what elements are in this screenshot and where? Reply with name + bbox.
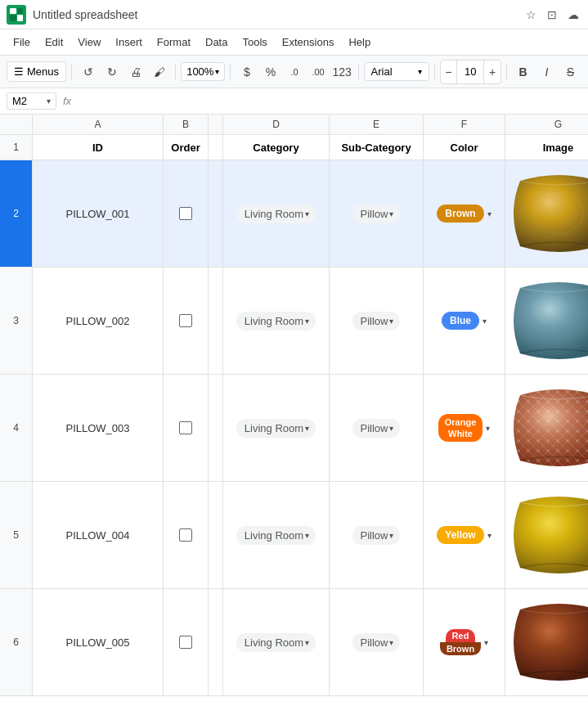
fx-label: fx bbox=[63, 95, 71, 107]
cell-category-row4[interactable]: Living Room ▾ bbox=[223, 375, 330, 481]
cell-order-row4[interactable] bbox=[164, 375, 209, 481]
category-dropdown-row5[interactable]: Living Room ▾ bbox=[236, 526, 316, 545]
color-dropdown-arrow-row5[interactable]: ▾ bbox=[487, 531, 491, 540]
menu-tools[interactable]: Tools bbox=[236, 33, 273, 52]
cloud-icon[interactable]: ☁ bbox=[565, 7, 581, 23]
star-icon[interactable]: ☆ bbox=[523, 7, 539, 23]
menu-data[interactable]: Data bbox=[199, 33, 234, 52]
table-row: 3 PILLOW_002 Living Room ▾ Pillow ▾ Blue… bbox=[0, 268, 588, 375]
decimal-dec-button[interactable]: .0 bbox=[283, 61, 305, 83]
checkbox-row4[interactable] bbox=[179, 421, 192, 434]
color-badge-row3[interactable]: Blue bbox=[442, 312, 479, 330]
cell-image-row6 bbox=[505, 589, 588, 695]
subcategory-dropdown-row4[interactable]: Pillow ▾ bbox=[352, 419, 401, 438]
checkbox-row2[interactable] bbox=[179, 207, 192, 220]
cell-color-row2[interactable]: Brown ▾ bbox=[424, 160, 505, 267]
category-dropdown-row4[interactable]: Living Room ▾ bbox=[236, 419, 316, 438]
color-badge-row2[interactable]: Brown bbox=[437, 205, 483, 223]
color-badge-row5[interactable]: Yellow bbox=[437, 526, 483, 544]
strikethrough-button[interactable]: S bbox=[559, 61, 581, 83]
subcategory-dropdown-arrow-row5: ▾ bbox=[389, 531, 393, 540]
cell-category-row3[interactable]: Living Room ▾ bbox=[223, 268, 330, 374]
color-dropdown-arrow-row2[interactable]: ▾ bbox=[487, 209, 491, 218]
undo-button[interactable]: ↺ bbox=[77, 61, 99, 83]
cell-category-row6[interactable]: Living Room ▾ bbox=[223, 589, 330, 695]
font-arrow-icon: ▾ bbox=[418, 67, 422, 76]
font-select[interactable]: Arial ▾ bbox=[364, 62, 429, 81]
cell-subcategory-row4[interactable]: Pillow ▾ bbox=[330, 375, 424, 481]
currency-button[interactable]: $ bbox=[236, 61, 258, 83]
cell-order-row5[interactable] bbox=[164, 482, 209, 588]
cell-subcategory-row3[interactable]: Pillow ▾ bbox=[330, 268, 424, 374]
col-header-d[interactable]: D bbox=[223, 115, 330, 134]
cell-order-row2[interactable] bbox=[164, 160, 209, 267]
subcategory-dropdown-row5[interactable]: Pillow ▾ bbox=[352, 526, 401, 545]
cell-order-row3[interactable] bbox=[164, 268, 209, 374]
cell-id-row6[interactable]: PILLOW_005 bbox=[33, 589, 164, 695]
category-dropdown-row6[interactable]: Living Room ▾ bbox=[236, 633, 316, 652]
color-dropdown-arrow-row4[interactable]: ▾ bbox=[486, 424, 490, 433]
cell-color-row6[interactable]: Red Brown ▾ bbox=[424, 589, 505, 695]
percent-button[interactable]: % bbox=[259, 61, 281, 83]
zoom-select[interactable]: 100% ▾ bbox=[181, 62, 225, 81]
col-header-a[interactable]: A bbox=[33, 115, 164, 134]
checkbox-row6[interactable] bbox=[179, 636, 192, 649]
bold-button[interactable]: B bbox=[512, 61, 534, 83]
cell-subcategory-row5[interactable]: Pillow ▾ bbox=[330, 482, 424, 588]
col-header-f[interactable]: F bbox=[424, 115, 505, 134]
font-size-value[interactable]: 10 bbox=[459, 63, 482, 80]
folder-icon[interactable]: ⊡ bbox=[544, 7, 560, 23]
formula-input[interactable] bbox=[78, 93, 581, 110]
color-badge-red-row6[interactable]: Red bbox=[446, 629, 476, 642]
color-dropdown-arrow-row6[interactable]: ▾ bbox=[484, 638, 488, 647]
redo-button[interactable]: ↻ bbox=[101, 61, 123, 83]
menu-format[interactable]: Format bbox=[150, 33, 197, 52]
cell-reference[interactable]: M2 bbox=[12, 95, 45, 107]
subcategory-dropdown-row6[interactable]: Pillow ▾ bbox=[352, 633, 401, 652]
color-dropdown-arrow-row3[interactable]: ▾ bbox=[483, 317, 487, 326]
col-header-e[interactable]: E bbox=[330, 115, 424, 134]
color-wrapper-row2: Brown ▾ bbox=[437, 205, 491, 223]
cell-category-row2[interactable]: Living Room ▾ bbox=[223, 160, 330, 267]
cell-id-row5[interactable]: PILLOW_004 bbox=[33, 482, 164, 588]
color-badge-row4[interactable]: OrangeWhite bbox=[438, 414, 483, 443]
menu-file[interactable]: File bbox=[7, 33, 37, 52]
cell-order-row6[interactable] bbox=[164, 589, 209, 695]
menus-button[interactable]: ☰ Menus bbox=[7, 61, 66, 82]
cell-color-row4[interactable]: OrangeWhite ▾ bbox=[424, 375, 505, 481]
cell-id-row2[interactable]: PILLOW_001 bbox=[33, 160, 164, 267]
cell-subcategory-row6[interactable]: Pillow ▾ bbox=[330, 589, 424, 695]
cell-subcategory-row2[interactable]: Pillow ▾ bbox=[330, 160, 424, 267]
col-header-b[interactable]: B bbox=[164, 115, 209, 134]
header-color: Color bbox=[424, 135, 505, 160]
font-label: Arial bbox=[371, 65, 393, 78]
font-size-increase-button[interactable]: + bbox=[483, 61, 500, 83]
menu-help[interactable]: Help bbox=[342, 33, 377, 52]
italic-button[interactable]: I bbox=[536, 61, 558, 83]
font-size-decrease-button[interactable]: − bbox=[441, 61, 458, 83]
subcategory-dropdown-row3[interactable]: Pillow ▾ bbox=[352, 312, 401, 331]
cell-category-row5[interactable]: Living Room ▾ bbox=[223, 482, 330, 588]
menu-view[interactable]: View bbox=[71, 33, 107, 52]
col-header-g[interactable]: G bbox=[505, 115, 588, 134]
menu-insert[interactable]: Insert bbox=[109, 33, 149, 52]
color-badge-brown-row6[interactable]: Brown bbox=[440, 642, 481, 655]
checkbox-row5[interactable] bbox=[179, 528, 192, 542]
checkbox-row3[interactable] bbox=[179, 314, 192, 327]
toolbar: ☰ Menus ↺ ↻ 🖨 🖌 100% ▾ $ % .0 .00 123 Ar… bbox=[0, 56, 588, 88]
paint-format-button[interactable]: 🖌 bbox=[148, 61, 170, 83]
menu-edit[interactable]: Edit bbox=[38, 33, 70, 52]
decimal-inc-button[interactable]: .00 bbox=[307, 61, 330, 83]
cell-ref-dropdown-arrow[interactable]: ▾ bbox=[47, 97, 51, 106]
cell-id-row4[interactable]: PILLOW_003 bbox=[33, 375, 164, 481]
separator-3 bbox=[230, 64, 231, 80]
category-dropdown-row3[interactable]: Living Room ▾ bbox=[236, 312, 316, 331]
menu-extensions[interactable]: Extensions bbox=[276, 33, 341, 52]
subcategory-dropdown-row2[interactable]: Pillow ▾ bbox=[352, 205, 401, 223]
format-type-button[interactable]: 123 bbox=[331, 61, 353, 83]
category-dropdown-row2[interactable]: Living Room ▾ bbox=[236, 205, 316, 223]
cell-color-row5[interactable]: Yellow ▾ bbox=[424, 482, 505, 588]
cell-id-row3[interactable]: PILLOW_002 bbox=[33, 268, 164, 374]
print-button[interactable]: 🖨 bbox=[124, 61, 146, 83]
cell-color-row3[interactable]: Blue ▾ bbox=[424, 268, 505, 374]
